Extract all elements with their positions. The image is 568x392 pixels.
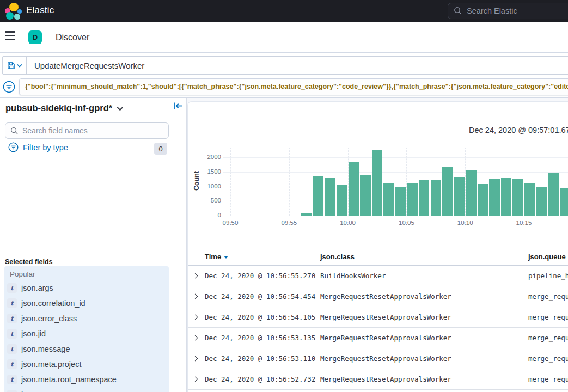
histogram-bar-10:05[interactable] — [407, 183, 418, 216]
table-row: Dec 24, 2020 @ 10:56:53.110MergeRequestR… — [188, 348, 568, 369]
histogram-bar-10:04[interactable] — [395, 187, 406, 216]
cell-json-queue: merge_request_reset_approvals — [528, 292, 568, 301]
histogram-bar-10:07[interactable] — [431, 180, 442, 216]
global-header: Elastic Search Elastic — [0, 0, 568, 22]
histogram-bar-10:00[interactable] — [349, 162, 359, 216]
table-row: Dec 24, 2020 @ 10:56:55.270BuildHooksWor… — [188, 266, 568, 286]
histogram-bar-10:12[interactable] — [489, 179, 500, 216]
table-row-partial — [188, 390, 568, 392]
elastic-logo-icon[interactable] — [3, 2, 22, 20]
cell-json-class: MergeRequestResetApprovalsWorker — [320, 292, 451, 301]
x-axis-tick: 09:50 — [218, 219, 242, 226]
string-type-icon: t — [7, 298, 17, 308]
x-axis-tick: 10:10 — [453, 219, 477, 226]
index-pattern-name: pubsub-sidekiq-inf-gprd* — [5, 103, 112, 113]
histogram-bar-10:06[interactable] — [419, 180, 430, 216]
expand-row-icon[interactable] — [193, 335, 198, 341]
chart-time-range-title: Dec 24, 2020 @ 09:57:01.67 — [469, 126, 568, 134]
histogram-bar-10:16[interactable] — [536, 187, 547, 216]
breadcrumb: Discover — [56, 33, 89, 42]
app-title: Elastic — [26, 5, 54, 16]
histogram-bar-10:15[interactable] — [524, 183, 535, 216]
filter-bar: {"bool":{"minimum_should_match":1,"shoul… — [0, 76, 568, 98]
filter-pill[interactable]: {"bool":{"minimum_should_match":1,"shoul… — [19, 78, 568, 95]
global-search-input[interactable]: Search Elastic — [448, 3, 568, 19]
y-axis-tick: 1500 — [199, 168, 221, 175]
x-axis-tick: 10:00 — [336, 219, 360, 226]
histogram-bar-10:13[interactable] — [501, 178, 512, 216]
column-header-json-queue[interactable]: json.queue — [528, 253, 566, 261]
field-item-json.args[interactable]: tjson.args — [4, 280, 169, 296]
string-type-icon: t — [7, 359, 17, 369]
field-name: json.args — [21, 284, 53, 292]
histogram-bar-10:03[interactable] — [383, 183, 394, 216]
field-name: json.jid — [21, 329, 46, 338]
divider — [22, 22, 22, 52]
x-axis-tick: 10:15 — [512, 219, 536, 226]
field-item-json.error_class[interactable]: tjson.error_class — [4, 311, 169, 326]
discover-app-icon[interactable]: D — [28, 30, 42, 44]
expand-row-icon[interactable] — [193, 315, 198, 320]
query-input[interactable]: UpdateMergeRequestsWorker — [27, 57, 568, 74]
nav-bar: D Discover — [0, 22, 568, 53]
cell-json-class: MergeRequestResetApprovalsWorker — [320, 313, 451, 321]
y-axis-tick: 0 — [199, 212, 221, 218]
gridline — [289, 148, 290, 216]
global-search-placeholder: Search Elastic — [467, 7, 517, 15]
field-name: json.correlation_id — [21, 299, 85, 308]
field-item-json.message[interactable]: tjson.message — [4, 341, 169, 357]
histogram-bar-09:58[interactable] — [325, 178, 335, 216]
discover-app: Elastic Search Elastic D Discover — [0, 0, 568, 392]
save-icon — [7, 62, 15, 70]
string-type-icon: t — [7, 390, 17, 392]
histogram-bar-10:08[interactable] — [442, 167, 453, 216]
histogram-bar-09:59[interactable] — [337, 185, 347, 216]
cell-json-queue: pipeline_hooks — [528, 272, 568, 280]
filter-icon[interactable] — [3, 81, 15, 93]
filter-by-type-button[interactable]: Filter by type — [8, 142, 68, 152]
menu-icon[interactable] — [5, 31, 15, 43]
field-name: json.meta.project — [21, 360, 81, 369]
save-query-button[interactable] — [3, 57, 27, 74]
field-item-json.correlation_id[interactable]: tjson.correlation_id — [4, 296, 169, 311]
histogram-bar-09:56[interactable] — [301, 213, 312, 216]
collapse-sidebar-icon[interactable] — [173, 102, 182, 110]
histogram-bar-10:17[interactable] — [548, 173, 559, 216]
histogram-bar-10:11[interactable] — [478, 184, 488, 216]
expand-row-icon[interactable] — [193, 273, 198, 279]
filter-by-type-label: Filter by type — [23, 143, 68, 152]
gridline — [223, 157, 568, 158]
filter-count-badge: 0 — [154, 143, 167, 155]
cell-time: Dec 24, 2020 @ 10:56:54.454 — [205, 292, 315, 301]
expand-row-icon[interactable] — [193, 377, 198, 382]
doc-table-header: Time json.class json.queue — [188, 248, 568, 266]
column-header-json-class[interactable]: json.class — [320, 253, 355, 261]
divider — [48, 22, 48, 52]
field-search-input[interactable]: Search field names — [5, 122, 169, 139]
histogram-bar-10:09[interactable] — [454, 177, 465, 216]
histogram-bar-10:14[interactable] — [512, 179, 523, 216]
cell-json-queue: merge_request_reset_approvals — [528, 334, 568, 342]
field-item-json.meta.project[interactable]: tjson.meta.project — [4, 357, 169, 372]
field-name: json.error_class — [21, 314, 77, 323]
field-item-json.meta.root_namespace[interactable]: tjson.meta.root_namespace — [4, 372, 169, 387]
field-item-json.jid[interactable]: tjson.jid — [4, 326, 169, 341]
cell-time: Dec 24, 2020 @ 10:56:53.135 — [205, 334, 315, 342]
histogram-bar-10:02[interactable] — [372, 150, 383, 216]
sidebar: pubsub-sidekiq-inf-gprd* Search field na… — [0, 98, 187, 392]
field-item-json.meta.user[interactable]: tjson.meta.user — [4, 387, 169, 392]
string-type-icon: t — [7, 375, 17, 384]
expand-row-icon[interactable] — [193, 294, 198, 299]
histogram-bar-09:57[interactable] — [313, 176, 324, 216]
column-header-time[interactable]: Time — [205, 253, 228, 261]
index-pattern-selector[interactable]: pubsub-sidekiq-inf-gprd* — [5, 103, 121, 113]
chevron-down-icon — [17, 64, 22, 68]
string-type-icon: t — [7, 314, 17, 323]
histogram-bar-10:01[interactable] — [360, 175, 371, 216]
expand-row-icon[interactable] — [193, 356, 198, 362]
histogram-bar-10:10[interactable] — [466, 170, 477, 216]
cell-json-class: MergeRequestResetApprovalsWorker — [320, 354, 451, 363]
x-axis-tick: 09:55 — [277, 219, 301, 226]
histogram-bar-10:18[interactable] — [560, 188, 568, 216]
search-icon — [10, 127, 19, 135]
